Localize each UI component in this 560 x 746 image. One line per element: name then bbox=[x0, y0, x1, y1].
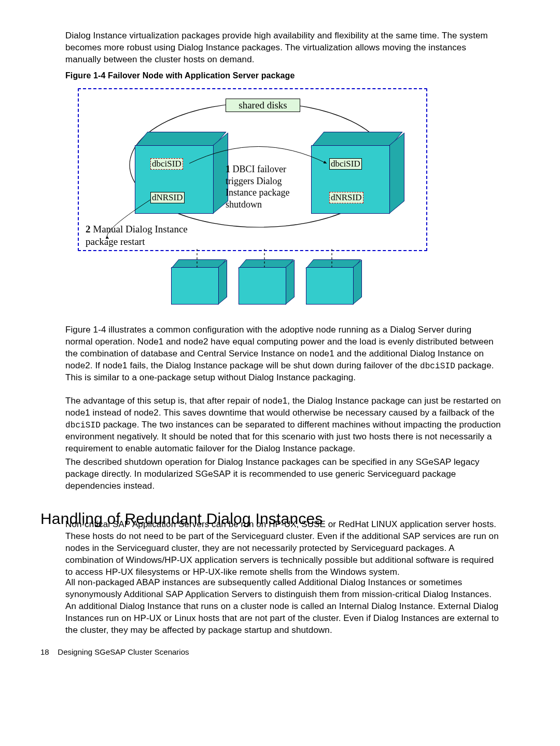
shared-disks-label: shared disks bbox=[226, 99, 300, 112]
annotation-1-text: DBCI failover triggers Dialog Instance p… bbox=[226, 164, 289, 210]
paragraph-fig-explain: Figure 1-4 illustrates a common configur… bbox=[65, 324, 501, 384]
page-number: 18 bbox=[40, 647, 49, 656]
intro-paragraph: Dialog Instance virtualization packages … bbox=[65, 30, 501, 66]
annotation-1-num: 1 bbox=[226, 164, 230, 174]
annotation-1: 1 DBCI failover triggers Dialog Instance… bbox=[226, 163, 309, 210]
p3a: The advantage of this setup is, that aft… bbox=[65, 396, 501, 418]
bottom-servers bbox=[171, 267, 373, 314]
paragraph-shutdown-op: The described shutdown operation for Dia… bbox=[65, 457, 501, 492]
annotation-2: 2 Manual Dialog Instance package restart bbox=[86, 223, 210, 248]
page-footer: 18 Designing SGeSAP Cluster Scenarios bbox=[40, 647, 189, 656]
node1-dnr-package: dNRSID bbox=[150, 192, 185, 203]
figure-diagram: shared disks dbciSID dNRSID dbciSID dNRS… bbox=[78, 83, 430, 314]
annotation-2-text: Manual Dialog Instance package restart bbox=[86, 224, 188, 247]
node1-dbci-package: dbciSID bbox=[150, 158, 183, 170]
node2-dnr-package: dNRSID bbox=[329, 192, 363, 203]
paragraph-nonpackaged: All non-packaged ABAP instances are subs… bbox=[65, 577, 501, 637]
annotation-2-num: 2 bbox=[86, 224, 91, 234]
paragraph-noncritical: Non-critical SAP Application Servers can… bbox=[65, 519, 501, 578]
node2-dbci-package: dbciSID bbox=[329, 158, 362, 170]
p3b: package. The two instances can be separa… bbox=[65, 420, 501, 454]
paragraph-advantage: The advantage of this setup is, that aft… bbox=[65, 395, 501, 455]
figure-caption: Figure 1-4 Failover Node with Applicatio… bbox=[65, 70, 428, 81]
p3-code: dbciSID bbox=[65, 421, 101, 430]
p2-code: dbciSID bbox=[420, 362, 455, 371]
footer-title: Designing SGeSAP Cluster Scenarios bbox=[58, 647, 189, 656]
